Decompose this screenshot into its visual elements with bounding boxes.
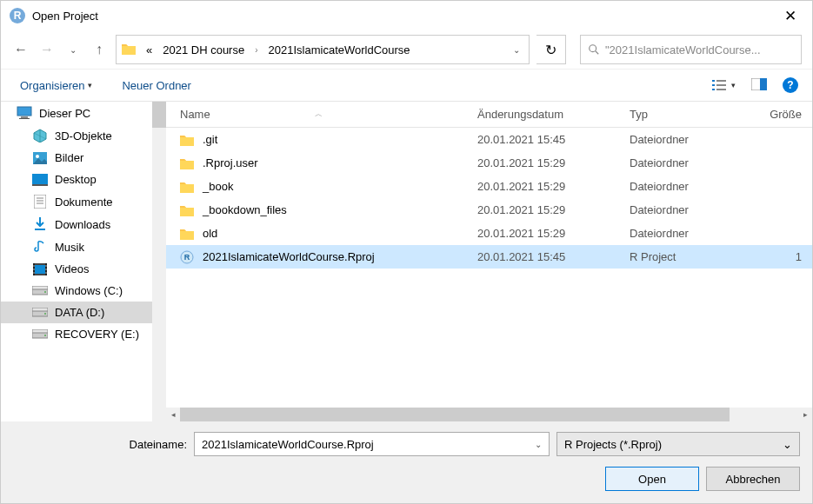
svg-point-44: [44, 335, 46, 336]
refresh-button[interactable]: ↻: [536, 35, 566, 64]
svg-rect-37: [32, 286, 48, 289]
breadcrumb-parent[interactable]: 2021 DH course: [157, 43, 250, 56]
svg-rect-10: [17, 107, 31, 116]
search-icon: [588, 43, 600, 56]
footer: Dateiname: 2021IslamicateWorldCourse.Rpr…: [1, 421, 812, 503]
svg-rect-34: [45, 269, 47, 270]
svg-rect-3: [716, 80, 726, 82]
col-size-header[interactable]: Größe: [760, 108, 812, 121]
hscroll-left[interactable]: ◂: [166, 408, 180, 421]
organize-button[interactable]: Organisieren ▾: [15, 76, 97, 96]
search-input[interactable]: "2021IslamicateWorldCourse...: [580, 35, 802, 64]
new-folder-button[interactable]: Neuer Ordner: [122, 79, 190, 92]
breadcrumb-overflow[interactable]: «: [141, 43, 157, 56]
tree-item-label: Dieser PC: [39, 107, 90, 120]
view-details-button[interactable]: ▾: [712, 79, 736, 91]
tree-item-label: 3D-Objekte: [55, 129, 112, 143]
filetype-filter[interactable]: R Projects (*.Rproj) ⌄: [556, 432, 800, 456]
hscroll-right[interactable]: ▸: [798, 408, 812, 421]
file-row[interactable]: R2021IslamicateWorldCourse.Rproj20.01.20…: [166, 245, 812, 269]
tree-item[interactable]: Windows (C:): [1, 280, 166, 302]
tree-item-label: Bilder: [55, 151, 83, 164]
window-title: Open Project: [32, 10, 98, 23]
file-row[interactable]: _bookdown_files20.01.2021 15:29Dateiordn…: [166, 198, 812, 222]
tree-item[interactable]: Videos: [1, 258, 166, 280]
file-name: old: [203, 227, 477, 240]
breadcrumb-current[interactable]: 2021IslamicateWorldCourse: [263, 43, 416, 56]
filename-dropdown[interactable]: ⌄: [535, 440, 542, 449]
file-date: 20.01.2021 15:29: [477, 227, 630, 240]
pictures-icon: [32, 152, 48, 164]
sidebar-scrollbar[interactable]: [152, 102, 166, 421]
svg-rect-27: [35, 265, 45, 274]
file-row[interactable]: .git20.01.2021 15:45Dateiordner: [166, 128, 812, 151]
sort-indicator-icon: ︿: [315, 109, 323, 120]
tree-item[interactable]: Dieser PC: [1, 102, 166, 124]
file-date: 20.01.2021 15:29: [477, 180, 630, 193]
col-type-header[interactable]: Typ: [630, 108, 760, 121]
chevron-right-icon[interactable]: ›: [250, 45, 263, 55]
col-date-header[interactable]: Änderungsdatum: [477, 108, 630, 121]
file-row[interactable]: old20.01.2021 15:29Dateiordner: [166, 222, 812, 245]
sidebar: Dieser PC3D-ObjekteBilderDesktopDokument…: [1, 102, 166, 421]
tree-item[interactable]: 3D-Objekte: [1, 124, 166, 147]
tree-item[interactable]: RECOVERY (E:): [1, 323, 166, 345]
svg-line-1: [596, 51, 599, 55]
up-button[interactable]: ↑: [90, 40, 109, 59]
address-dropdown[interactable]: ⌄: [504, 45, 529, 55]
filename-input[interactable]: 2021IslamicateWorldCourse.Rproj ⌄: [194, 432, 550, 456]
tree-item[interactable]: Musik: [1, 235, 166, 258]
file-date: 20.01.2021 15:45: [477, 250, 630, 263]
file-date: 20.01.2021 15:29: [477, 156, 630, 169]
back-button[interactable]: ←: [11, 40, 30, 59]
file-row[interactable]: .Rproj.user20.01.2021 15:29Dateiordner: [166, 151, 812, 175]
drive-icon: [32, 308, 48, 318]
folder-icon: [180, 181, 203, 193]
help-icon[interactable]: ?: [783, 77, 798, 93]
svg-rect-4: [712, 84, 715, 86]
address-bar[interactable]: « 2021 DH course › 2021IslamicateWorldCo…: [116, 35, 530, 64]
file-type: R Project: [630, 250, 760, 263]
svg-point-38: [44, 291, 46, 293]
svg-rect-7: [716, 89, 726, 90]
svg-rect-11: [21, 116, 28, 118]
recent-dropdown[interactable]: ⌄: [63, 40, 83, 59]
filter-dropdown[interactable]: ⌄: [783, 438, 792, 451]
tree-item[interactable]: Downloads: [1, 213, 166, 235]
folder-icon: [122, 43, 136, 57]
file-row[interactable]: _book20.01.2021 15:29Dateiordner: [166, 175, 812, 198]
nav-row: ← → ⌄ ↑ « 2021 DH course › 2021Islamicat…: [1, 30, 812, 69]
tree-item-label: Musik: [55, 241, 84, 254]
file-pane: Name ︿ Änderungsdatum Typ Größe .git20.0…: [166, 102, 812, 421]
tree-item[interactable]: Bilder: [1, 147, 166, 169]
horizontal-scrollbar[interactable]: ◂ ▸: [166, 408, 812, 421]
svg-rect-5: [716, 84, 726, 86]
forward-button: →: [37, 40, 57, 59]
svg-point-0: [590, 45, 596, 52]
tree-item[interactable]: Dokumente: [1, 190, 166, 213]
cancel-button[interactable]: Abbrechen: [706, 467, 800, 491]
open-button[interactable]: Open: [605, 467, 699, 491]
tree-item[interactable]: DATA (D:): [1, 302, 166, 323]
tree-item[interactable]: Desktop: [1, 169, 166, 190]
file-name: .Rproj.user: [203, 156, 477, 169]
svg-rect-6: [712, 89, 715, 90]
tree-item-label: DATA (D:): [55, 306, 104, 319]
drive-icon: [32, 286, 48, 296]
svg-rect-19: [32, 174, 48, 184]
file-date: 20.01.2021 15:29: [477, 203, 630, 216]
titlebar: R Open Project ✕: [1, 1, 812, 30]
svg-rect-33: [45, 265, 47, 267]
rproj-icon: R: [180, 250, 203, 264]
chevron-down-icon: ▾: [88, 81, 92, 90]
svg-rect-35: [45, 272, 47, 274]
close-icon[interactable]: ✕: [777, 3, 803, 29]
filename-label: Dateiname:: [13, 438, 187, 451]
music-icon: [32, 240, 48, 254]
folder-icon: [180, 157, 203, 169]
file-name: .git: [203, 133, 477, 146]
svg-point-41: [44, 313, 46, 315]
preview-pane-button[interactable]: [751, 78, 767, 93]
col-name-header[interactable]: Name ︿: [180, 108, 477, 121]
file-type: Dateiordner: [630, 203, 760, 216]
